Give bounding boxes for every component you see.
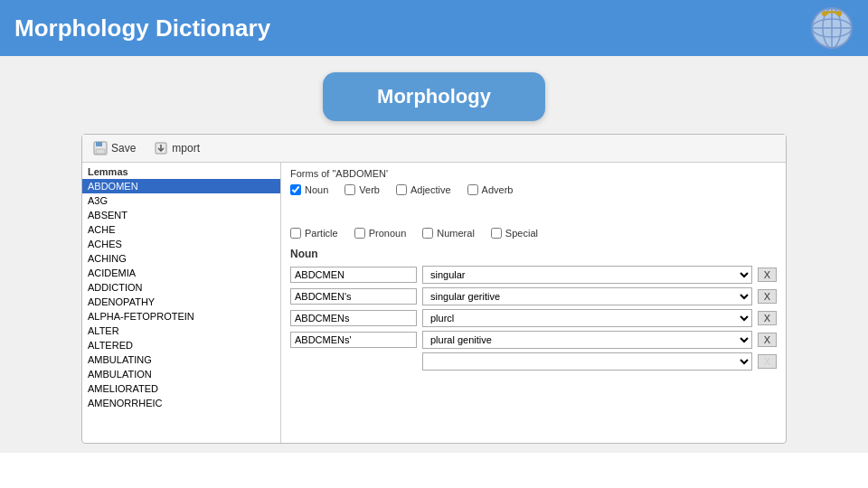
checkbox-item: Adverb: [467, 184, 514, 195]
checkbox-label-pronoun: Pronoun: [369, 228, 407, 239]
save-button[interactable]: Save: [90, 139, 139, 157]
checkbox-label-verb: Verb: [359, 184, 380, 195]
form-type-select-empty[interactable]: [422, 352, 752, 371]
list-item[interactable]: ADDICTION: [82, 280, 280, 295]
save-icon: [93, 141, 108, 155]
checkbox-verb[interactable]: [344, 184, 355, 195]
checkbox-adjective[interactable]: [396, 184, 407, 195]
checkbox-item: Pronoun: [354, 228, 407, 239]
checkbox-label-special: Special: [505, 228, 538, 239]
svg-rect-8: [96, 142, 102, 146]
checkbox-special[interactable]: [491, 228, 502, 239]
checkbox-item: Particle: [290, 228, 338, 239]
form-delete-button[interactable]: X: [758, 311, 777, 325]
list-item[interactable]: AMELIORATED: [82, 381, 280, 396]
checkbox-particle[interactable]: [290, 228, 301, 239]
morphology-button[interactable]: Morphology: [323, 72, 545, 121]
noun-section-label: Noun: [290, 248, 777, 260]
svg-point-5: [822, 11, 827, 16]
checkbox-item: Special: [491, 228, 538, 239]
form-row: singular geritiveX: [290, 287, 777, 305]
list-item[interactable]: ACHING: [82, 251, 280, 266]
lemmas-panel: Lemmas ABDOMENA3GABSENTACHEACHESACHINGAC…: [82, 163, 281, 443]
list-item[interactable]: ALPHA-FETOPROTEIN: [82, 309, 280, 324]
import-icon: [154, 141, 168, 155]
checkbox-item: Adjective: [396, 184, 451, 195]
form-delete-button[interactable]: X: [758, 333, 777, 347]
form-type-select[interactable]: plurcl: [422, 309, 752, 327]
checkbox-adverb[interactable]: [467, 184, 478, 195]
form-word-input[interactable]: [290, 310, 417, 326]
list-item[interactable]: ACHES: [82, 237, 280, 251]
form-delete-button-disabled: X: [758, 354, 777, 369]
forms-panel: Forms of "ABDOMEN' NounVerbAdjectiveAdve…: [281, 163, 786, 443]
import-label: mport: [172, 142, 200, 155]
checkbox-noun[interactable]: [290, 184, 301, 195]
header: Morphology Dictionary: [0, 0, 868, 56]
svg-point-6: [836, 11, 842, 16]
checkbox-item: Numeral: [422, 228, 475, 239]
checkbox-label-adverb: Adverb: [482, 184, 514, 195]
checkbox-item: Noun: [290, 184, 328, 195]
forms-title: Forms of "ABDOMEN': [290, 168, 777, 179]
form-word-input[interactable]: [290, 288, 417, 305]
form-type-select[interactable]: plural genitive: [422, 331, 752, 349]
checkbox-label-noun: Noun: [305, 184, 328, 195]
main-panel: Save mport Lemmas ABDOMENA3GABSENTACHEAC…: [0, 134, 868, 453]
save-label: Save: [111, 142, 136, 155]
checkbox-label-particle: Particle: [305, 228, 338, 239]
form-row: plurclX: [290, 309, 777, 327]
list-item[interactable]: AMENORRHEIC: [82, 396, 280, 410]
list-item[interactable]: ACHE: [82, 222, 280, 237]
form-type-select[interactable]: singular geritive: [422, 287, 752, 305]
list-item[interactable]: AMBULATING: [82, 352, 280, 367]
checkboxes-row: NounVerbAdjectiveAdverbParticlePronounNu…: [290, 184, 777, 239]
checkbox-item: Verb: [344, 184, 380, 195]
panel-window: Save mport Lemmas ABDOMENA3GABSENTACHEAC…: [81, 134, 787, 444]
lemmas-list: ABDOMENA3GABSENTACHEACHESACHINGACIDEMIAA…: [82, 179, 280, 443]
list-item[interactable]: ALTERED: [82, 338, 280, 352]
content-area: Lemmas ABDOMENA3GABSENTACHEACHESACHINGAC…: [82, 163, 786, 443]
form-word-input[interactable]: [290, 332, 417, 348]
list-item[interactable]: ACIDEMIA: [82, 266, 280, 280]
form-type-select[interactable]: singular: [422, 266, 752, 284]
form-row: plural genitiveX: [290, 331, 777, 349]
list-item[interactable]: AMBULATION: [82, 367, 280, 381]
checkbox-numeral[interactable]: [422, 228, 433, 239]
list-item[interactable]: ALTER: [82, 324, 280, 338]
form-delete-button[interactable]: X: [758, 289, 777, 304]
import-button[interactable]: mport: [150, 139, 203, 157]
svg-rect-9: [96, 149, 105, 154]
app-title: Morphology Dictionary: [14, 14, 270, 42]
morphology-button-container: Morphology: [0, 56, 868, 134]
checkbox-label-adjective: Adjective: [410, 184, 451, 195]
list-item[interactable]: ABSENT: [82, 208, 280, 222]
form-row: singularX: [290, 266, 777, 284]
list-item[interactable]: ABDOMEN: [82, 179, 280, 193]
checkbox-pronoun[interactable]: [354, 228, 365, 239]
form-delete-button[interactable]: X: [758, 267, 777, 282]
form-word-input[interactable]: [290, 267, 417, 283]
lemmas-header: Lemmas: [82, 163, 280, 179]
forms-table: singularXsingular geritiveXplurclXplural…: [290, 266, 777, 437]
app-logo: [810, 6, 854, 50]
checkbox-label-numeral: Numeral: [437, 228, 475, 239]
toolbar: Save mport: [82, 135, 786, 163]
form-row: X: [290, 352, 777, 371]
list-item[interactable]: ADENOPATHY: [82, 295, 280, 309]
list-item[interactable]: A3G: [82, 193, 280, 208]
